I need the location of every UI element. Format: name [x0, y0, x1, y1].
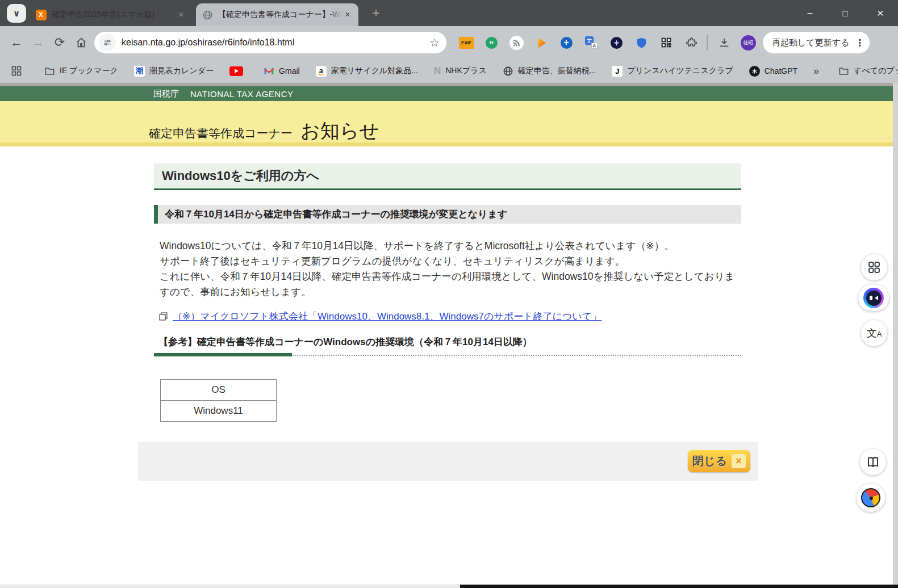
forward-button[interactable]: →	[27, 32, 49, 53]
shio-icon: 潮	[134, 66, 145, 77]
agency-name-en: NATIONAL TAX AGENCY	[190, 89, 294, 99]
notice-banner: 確定申告書等作成コーナー お知らせ	[0, 101, 898, 142]
side-ai-assistant-button[interactable]	[858, 285, 889, 311]
bookmark-youtube[interactable]	[229, 66, 248, 76]
side-apps-button[interactable]	[861, 254, 887, 280]
bookmark-ie-folder[interactable]: IE ブックマーク	[44, 66, 118, 77]
chevron-down-icon: ∨	[13, 9, 20, 19]
paragraph: これに伴い、令和７年10月14日以降、確定申告書等作成コーナーの利用環境として、…	[160, 269, 740, 300]
body-paragraphs: Windows10については、令和７年10月14日以降、サポートを終了するとMi…	[160, 238, 740, 300]
home-button[interactable]	[70, 32, 92, 53]
bookmarks-bar: IE ブックマーク 潮 潮見表カレンダー Gmail a	[0, 59, 898, 83]
paragraph: サポート終了後はセキュリティ更新プログラムの提供がなくなり、セキュリティリスクが…	[160, 254, 740, 269]
quote-extension-icon[interactable]: ”	[483, 34, 500, 51]
section-heading: 令和７年10月14日から確定申告書等作成コーナーの推奨環境が変更となります	[154, 205, 741, 224]
profile-avatar[interactable]: 佳昭	[741, 35, 756, 51]
page-content: 国税庁 NATIONAL TAX AGENCY 確定申告書等作成コーナー お知ら…	[0, 83, 898, 588]
article: Windows10をご利用の方へ 令和７年10月14日から確定申告書等作成コーナ…	[154, 163, 741, 422]
paragraph: Windows10については、令和７年10月14日以降、サポートを終了するとMi…	[160, 238, 740, 254]
external-link-row: （※）マイクロソフト株式会社「Windows10、Windows8.1、Wind…	[158, 310, 741, 323]
new-tab-button[interactable]: +	[368, 6, 384, 22]
folder-icon	[44, 66, 55, 77]
tab-title: 確定申告2025年度(スマホ版)	[52, 10, 176, 20]
book-icon	[866, 455, 880, 469]
bookmark-recycle[interactable]: a 家電リサイクル対象品...	[316, 66, 418, 77]
tab-title: 【確定申告書等作成コーナー】-Win	[218, 10, 343, 20]
table-value-cell: Windows11	[161, 401, 277, 422]
banner-notice-title: お知らせ	[300, 118, 379, 144]
tab-search-button[interactable]: ∨	[7, 4, 26, 23]
os-requirements-table: OS Windows11	[160, 379, 277, 422]
globe-favicon-icon	[202, 9, 213, 20]
restart-update-button[interactable]: 再起動して更新する ⋮	[763, 32, 870, 53]
table-row: Windows11	[161, 401, 277, 422]
tab-active[interactable]: 【確定申告書等作成コーナー】-Win ×	[196, 3, 358, 26]
translate-icon: 文A	[867, 326, 882, 340]
close-x-icon: ×	[732, 454, 746, 468]
side-reader-button[interactable]	[860, 449, 886, 475]
bookmark-tide-calendar[interactable]: 潮 潮見表カレンダー	[134, 66, 214, 77]
bookmarks-overflow-icon[interactable]: »	[813, 65, 819, 77]
site-info-icon[interactable]	[99, 34, 116, 51]
side-translate-button[interactable]: 文A	[861, 320, 887, 346]
banner-corner-title: 確定申告書等作成コーナー	[149, 125, 293, 141]
bookmark-nhk-plus[interactable]: N NHKプラス	[434, 65, 487, 77]
reload-button[interactable]: ⟳	[49, 32, 70, 53]
bookmark-gmail[interactable]: Gmail	[264, 66, 300, 77]
window-maximize-button[interactable]: □	[828, 0, 863, 26]
close-page-button[interactable]: 閉じる ×	[688, 450, 750, 472]
browser-window: ∨ X 確定申告2025年度(スマホ版) × 【確定申告書等作成コーナー】-Wi…	[0, 0, 898, 588]
tab-close-icon[interactable]: ×	[343, 10, 353, 20]
xampp-icon: X	[35, 9, 47, 20]
bookmark-chatgpt[interactable]: ChatGPT	[749, 66, 797, 77]
reference-heading: 【参考】確定申告書等作成コーナーのWindowsの推奨環境（令和７年10月14日…	[158, 335, 741, 349]
side-ai-brain-button[interactable]	[857, 484, 885, 512]
exif-extension-icon[interactable]: EXIF	[458, 34, 475, 51]
window-minimize-button[interactable]: –	[792, 0, 828, 26]
folder-icon	[838, 66, 849, 77]
extensions-puzzle-icon[interactable]	[683, 34, 700, 51]
chatgpt-icon	[749, 66, 760, 77]
taskbar-edge	[460, 585, 898, 588]
cross-extension-icon[interactable]: +	[558, 34, 575, 51]
tab-strip: ∨ X 確定申告2025年度(スマホ版) × 【確定申告書等作成コーナー】-Wi…	[0, 0, 898, 26]
banner-bottom-edge	[0, 142, 898, 146]
youtube-icon	[229, 66, 243, 76]
j-icon: J	[612, 66, 623, 77]
bookmark-tennis-club[interactable]: J プリンスハイツテニスクラブ	[612, 66, 733, 77]
shield-extension-icon[interactable]	[633, 34, 650, 51]
external-window-icon	[158, 312, 168, 321]
brain-pinwheel-icon	[861, 488, 880, 507]
window-controls: – □ ×	[792, 0, 898, 26]
agency-name-jp: 国税庁	[153, 89, 179, 99]
bookmark-tax-site[interactable]: 確定申告、振替納税...	[503, 66, 596, 77]
play-extension-icon[interactable]	[533, 34, 550, 51]
downloads-button[interactable]	[713, 32, 735, 53]
browser-toolbar: ← → ⟳ keisan.nta.go.jp/oshirase/r6info/i…	[0, 26, 898, 59]
amazon-icon: a	[316, 66, 327, 77]
rss-extension-icon[interactable]	[508, 34, 525, 51]
window-close-button[interactable]: ×	[863, 0, 898, 26]
page-title: Windows10をご利用の方へ	[154, 163, 741, 190]
all-bookmarks-button[interactable]: すべてのブックマーク	[838, 66, 898, 77]
toolbar-separator	[707, 35, 708, 50]
bookmark-star-icon[interactable]: ☆	[429, 36, 440, 49]
apps-grid-icon[interactable]	[8, 62, 25, 79]
translate-extension-icon[interactable]: 文 A	[583, 34, 600, 51]
reference-divider	[154, 353, 741, 356]
extensions-row: EXIF ” +	[458, 34, 700, 51]
agency-header-bar: 国税庁 NATIONAL TAX AGENCY	[0, 86, 898, 101]
sparkle-extension-icon[interactable]	[608, 34, 625, 51]
tab-close-icon[interactable]: ×	[176, 10, 186, 20]
qr-extension-icon[interactable]	[658, 34, 675, 51]
tab-inactive[interactable]: X 確定申告2025年度(スマホ版) ×	[30, 3, 192, 26]
url-text[interactable]: keisan.nta.go.jp/oshirase/r6info/info18.…	[122, 37, 425, 48]
table-header-cell: OS	[161, 380, 277, 401]
footer-bar: 閉じる ×	[138, 442, 758, 481]
microsoft-support-link[interactable]: （※）マイクロソフト株式会社「Windows10、Windows8.1、Wind…	[173, 310, 602, 323]
ai-face-icon	[863, 288, 884, 308]
kebab-menu-icon[interactable]: ⋮	[855, 37, 864, 48]
grid-squares-icon	[867, 261, 881, 274]
address-bar[interactable]: keisan.nta.go.jp/oshirase/r6info/info18.…	[94, 32, 446, 53]
back-button[interactable]: ←	[6, 32, 27, 53]
